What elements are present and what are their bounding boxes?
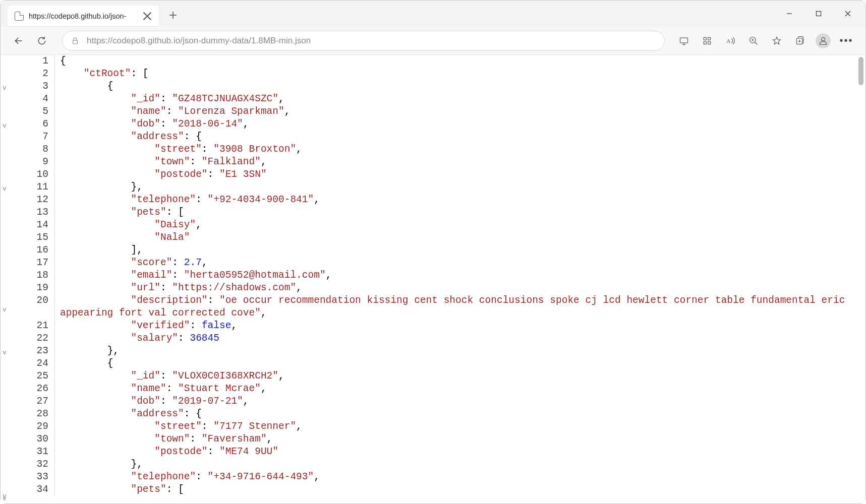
new-tab-button[interactable] (164, 6, 182, 24)
line-number: 17 (10, 257, 55, 269)
code-line[interactable]: "street": "7177 Stenner", (55, 420, 856, 433)
code-line[interactable]: "name": "Lorenza Sparkman", (55, 105, 856, 118)
close-tab-button[interactable] (143, 12, 152, 21)
line-number: 28 (10, 408, 55, 420)
line-number: 1 (10, 55, 55, 68)
code-line[interactable]: "postode": "E1 3SN" (55, 168, 856, 181)
svg-rect-10 (680, 38, 688, 43)
line-number: 26 (10, 383, 55, 395)
zoom-button[interactable] (742, 31, 765, 51)
toolbar-actions: A ••• (673, 31, 857, 51)
fold-marker[interactable]: v (3, 185, 7, 193)
code-line[interactable]: { (55, 357, 856, 370)
code-line[interactable]: "town": "Faversham", (55, 433, 856, 446)
code-line[interactable]: "town": "Falkland", (55, 156, 856, 168)
line-number: 33 (10, 471, 55, 483)
page-content: vvvvvv 1{2 "ctRoot": [3 {4 "_id": "GZ48T… (1, 55, 865, 503)
fold-marker[interactable]: v (3, 495, 7, 502)
line-number: 10 (10, 168, 55, 181)
line-number: 27 (10, 395, 55, 408)
fold-marker[interactable]: v (3, 306, 7, 313)
code-line[interactable]: "street": "3908 Broxton", (55, 143, 856, 156)
plus-icon (169, 11, 177, 19)
window-controls (775, 1, 862, 27)
code-line[interactable]: "verified": false, (55, 320, 856, 332)
maximize-button[interactable] (804, 3, 833, 25)
svg-line-19 (755, 42, 758, 44)
code-line[interactable]: }, (55, 181, 856, 194)
line-number: 32 (10, 458, 55, 471)
code-line[interactable]: "telephone": "+34-9716-644-493", (55, 471, 856, 483)
code-line[interactable]: "ctRoot": [ (55, 68, 856, 80)
svg-rect-9 (73, 40, 78, 44)
line-number: 22 (10, 332, 55, 345)
fold-marker[interactable]: v (3, 349, 7, 356)
close-icon (143, 12, 152, 21)
code-line[interactable]: "address": { (55, 131, 856, 143)
code-line[interactable]: "email": "herta05952@hotmail.com", (55, 269, 856, 282)
line-number: 20 (10, 294, 55, 320)
line-number: 9 (10, 156, 55, 168)
svg-rect-13 (704, 37, 706, 40)
svg-marker-22 (773, 37, 781, 44)
code-line[interactable]: "dob": "2018-06-14", (55, 118, 856, 131)
code-line[interactable]: "dob": "2019-07-21", (55, 395, 856, 408)
refresh-button[interactable] (32, 31, 52, 51)
code-line[interactable]: "_id": "GZ48TCJNUAGX4SZC", (55, 93, 856, 105)
code-line[interactable]: "url": "https://shadows.com", (55, 282, 856, 294)
code-line[interactable]: "_id": "VLOX0C0I368XRCH2", (55, 370, 856, 383)
code-line[interactable]: "score": 2.7, (55, 257, 856, 269)
line-number: 25 (10, 370, 55, 383)
star-icon (772, 36, 782, 46)
code-line[interactable]: "Nala" (55, 231, 856, 244)
favorites-button[interactable] (766, 31, 788, 51)
code-line[interactable]: "name": "Stuart Mcrae", (55, 383, 856, 395)
json-viewer[interactable]: 1{2 "ctRoot": [3 {4 "_id": "GZ48TCJNUAGX… (10, 55, 856, 503)
scrollbar-thumb[interactable] (858, 57, 863, 85)
fold-marker[interactable]: v (3, 122, 7, 130)
profile-button[interactable] (812, 31, 834, 51)
line-number: 2 (10, 68, 55, 80)
line-number: 13 (10, 206, 55, 219)
code-line[interactable]: "pets": [ (55, 483, 856, 496)
code-line[interactable]: "pets": [ (55, 206, 856, 219)
arrow-left-icon (14, 36, 24, 46)
code-line[interactable]: "address": { (55, 408, 856, 420)
browser-tab[interactable]: https://codepo8.github.io/json- (8, 6, 159, 27)
more-icon: ••• (839, 35, 853, 46)
code-line[interactable]: "postode": "ME74 9UU" (55, 446, 856, 458)
line-number: 15 (10, 231, 55, 244)
svg-rect-5 (817, 12, 821, 16)
avatar (816, 33, 831, 48)
desktop-view-button[interactable] (673, 31, 695, 51)
close-icon (844, 10, 851, 17)
read-aloud-icon: A (725, 36, 735, 46)
settings-menu-button[interactable]: ••• (835, 31, 857, 51)
page-icon (15, 12, 24, 21)
code-line[interactable]: "description": "oe occur recommendation … (55, 294, 856, 320)
back-button[interactable] (9, 31, 29, 51)
extensions-button[interactable] (696, 31, 718, 51)
svg-text:A: A (727, 38, 731, 44)
minimize-button[interactable] (775, 3, 804, 25)
collections-button[interactable] (789, 31, 811, 51)
tab-title: https://codepo8.github.io/json- (29, 12, 138, 20)
code-line[interactable]: { (55, 80, 856, 93)
line-number: 12 (10, 194, 55, 206)
address-bar[interactable]: https://codepo8.github.io/json-dummy-dat… (62, 31, 665, 51)
code-line[interactable]: "Daisy", (55, 219, 856, 231)
code-line[interactable]: }, (55, 458, 856, 471)
code-line[interactable]: ], (55, 244, 856, 257)
close-window-button[interactable] (833, 3, 862, 25)
code-line[interactable]: { (55, 55, 856, 68)
line-number: 24 (10, 357, 55, 370)
maximize-icon (815, 10, 822, 17)
read-aloud-button[interactable]: A (719, 31, 741, 51)
vertical-scrollbar[interactable] (857, 56, 865, 502)
code-line[interactable]: "salary": 36845 (55, 332, 856, 345)
zoom-icon (748, 36, 759, 46)
code-line[interactable]: }, (55, 345, 856, 357)
code-line[interactable]: "telephone": "+92-4034-900-841", (55, 194, 856, 206)
line-number: 5 (10, 105, 55, 118)
fold-marker[interactable]: v (3, 84, 7, 92)
